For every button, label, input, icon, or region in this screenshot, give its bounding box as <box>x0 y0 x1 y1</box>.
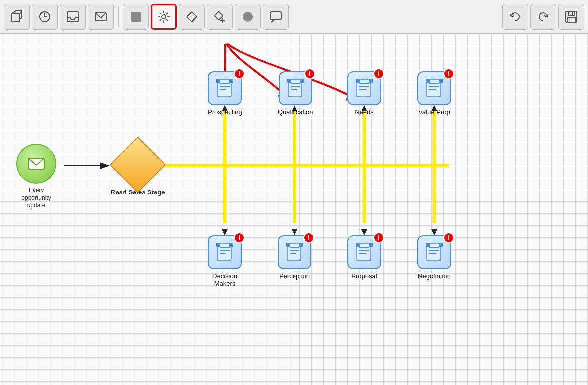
svg-point-9 <box>162 15 166 19</box>
task-perception[interactable]: ! Perception <box>278 235 311 280</box>
task-prospecting[interactable]: ! Prospecting <box>208 71 242 116</box>
svg-rect-10 <box>187 12 197 22</box>
arrow-down-proposal <box>361 229 367 235</box>
mail-button[interactable] <box>88 4 114 30</box>
task-proposal[interactable]: ! Proposal <box>347 235 381 280</box>
task-prospecting-icon: ! <box>208 71 242 105</box>
task-decision-makers-label: Decision Makers <box>212 272 237 287</box>
comment-button[interactable] <box>263 4 289 30</box>
svg-rect-28 <box>216 79 220 83</box>
arrow-down-negotiation <box>431 229 437 235</box>
add-decision-button[interactable] <box>207 4 233 30</box>
svg-rect-15 <box>270 12 281 20</box>
error-badge-needs: ! <box>373 68 384 79</box>
cube-button[interactable] <box>4 4 30 30</box>
svg-rect-11 <box>215 11 223 20</box>
trigger-node[interactable]: Every opportunity update <box>14 144 59 210</box>
gear-button[interactable] <box>151 4 177 30</box>
task-proposal-icon: ! <box>347 235 381 269</box>
error-badge-prospecting: ! <box>234 68 245 79</box>
toolbar <box>0 0 588 34</box>
task-prospecting-label: Prospecting <box>208 108 242 116</box>
save-button[interactable] <box>558 4 584 30</box>
task-decision-makers[interactable]: ! Decision Makers <box>208 235 242 287</box>
error-badge-perception: ! <box>303 232 314 243</box>
error-badge-decision-makers: ! <box>234 232 245 243</box>
error-badge-value-prop: ! <box>443 68 454 79</box>
task-negotiation-icon: ! <box>417 235 451 269</box>
inbox-button[interactable] <box>60 4 86 30</box>
svg-rect-64 <box>356 243 360 247</box>
error-badge-proposal: ! <box>373 232 384 243</box>
trigger-label-3: update <box>27 202 46 209</box>
svg-rect-65 <box>369 243 373 247</box>
svg-rect-29 <box>229 79 233 83</box>
task-value-prop-label: Value Prop <box>418 108 450 116</box>
task-needs-label: Needs <box>355 108 374 116</box>
redo-button[interactable] <box>530 4 556 30</box>
arrow-down-decision <box>222 229 228 235</box>
svg-rect-52 <box>216 243 220 247</box>
svg-rect-41 <box>369 79 373 83</box>
svg-rect-47 <box>439 79 443 83</box>
task-value-prop-icon: ! <box>417 71 451 105</box>
error-badge-negotiation: ! <box>443 232 454 243</box>
trigger-label-2: opportunity <box>21 194 51 201</box>
arrow-down-perception <box>292 229 297 235</box>
task-qualification[interactable]: ! Qualification <box>278 71 313 116</box>
svg-rect-59 <box>299 243 303 247</box>
svg-point-14 <box>243 12 253 22</box>
svg-rect-58 <box>286 243 290 247</box>
error-badge-qualification: ! <box>304 68 315 79</box>
svg-rect-53 <box>229 243 233 247</box>
task-value-prop[interactable]: ! Value Prop <box>417 71 451 116</box>
svg-rect-35 <box>300 79 304 83</box>
diamond-shape <box>110 136 166 192</box>
stop-button[interactable] <box>123 4 149 30</box>
diamond-button[interactable] <box>179 4 205 30</box>
canvas: Every opportunity update Read Sales Stag… <box>0 34 588 385</box>
decision-node[interactable]: Read Sales Stage <box>111 145 165 196</box>
circle-button[interactable] <box>235 4 261 30</box>
separator-1 <box>118 7 119 27</box>
task-decision-makers-icon: ! <box>208 235 242 269</box>
task-proposal-label: Proposal <box>351 272 377 280</box>
task-negotiation-label: Negotiation <box>418 272 451 280</box>
svg-rect-71 <box>439 243 443 247</box>
trigger-label-1: Every <box>29 187 44 193</box>
task-needs[interactable]: ! Needs <box>347 71 381 116</box>
history-button[interactable] <box>32 4 58 30</box>
svg-rect-8 <box>131 12 141 22</box>
svg-rect-18 <box>567 17 575 22</box>
task-perception-icon: ! <box>278 235 311 269</box>
task-needs-icon: ! <box>347 71 381 105</box>
undo-button[interactable] <box>502 4 528 30</box>
task-negotiation[interactable]: ! Negotiation <box>417 235 451 280</box>
svg-rect-17 <box>568 11 574 16</box>
task-perception-label: Perception <box>279 272 310 280</box>
svg-rect-0 <box>12 14 20 22</box>
svg-rect-46 <box>426 79 430 83</box>
task-qualification-label: Qualification <box>278 108 313 116</box>
svg-rect-70 <box>426 243 430 247</box>
svg-rect-34 <box>287 79 291 83</box>
task-qualification-icon: ! <box>279 71 312 105</box>
trigger-node-icon <box>16 144 56 184</box>
svg-rect-40 <box>356 79 360 83</box>
